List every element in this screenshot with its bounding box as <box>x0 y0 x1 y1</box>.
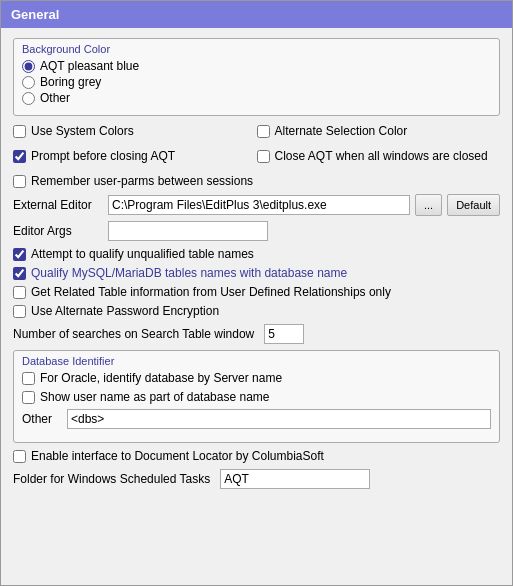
radio-aqt-blue[interactable]: AQT pleasant blue <box>22 59 491 73</box>
radio-boring-grey[interactable]: Boring grey <box>22 75 491 89</box>
enable-document-locator-label: Enable interface to Document Locator by … <box>31 449 324 463</box>
use-alternate-password-checkbox[interactable] <box>13 305 26 318</box>
alternate-selection-color-row[interactable]: Alternate Selection Color <box>257 124 501 138</box>
for-oracle-checkbox[interactable] <box>22 372 35 385</box>
main-window: General Background Color AQT pleasant bl… <box>0 0 513 586</box>
editor-args-label: Editor Args <box>13 224 103 238</box>
use-system-colors-checkbox[interactable] <box>13 125 26 138</box>
db-other-row: Other <box>22 409 491 429</box>
radio-other-input[interactable] <box>22 92 35 105</box>
qualify-mysql-checkbox[interactable] <box>13 267 26 280</box>
radio-aqt-blue-label: AQT pleasant blue <box>40 59 139 73</box>
attempt-qualify-row[interactable]: Attempt to qualify unqualified table nam… <box>13 247 500 261</box>
folder-windows-row: Folder for Windows Scheduled Tasks <box>13 469 500 489</box>
prompt-before-closing-checkbox[interactable] <box>13 150 26 163</box>
alternate-selection-color-label: Alternate Selection Color <box>275 124 408 138</box>
checkbox-row-1: Use System Colors Alternate Selection Co… <box>13 124 500 143</box>
db-other-input[interactable] <box>67 409 491 429</box>
background-color-group: Background Color AQT pleasant blue Borin… <box>13 38 500 116</box>
external-editor-input[interactable] <box>108 195 410 215</box>
number-of-searches-input[interactable] <box>264 324 304 344</box>
folder-windows-input[interactable] <box>220 469 370 489</box>
title-bar: General <box>1 1 512 28</box>
checkbox-row-2: Prompt before closing AQT Close AQT when… <box>13 149 500 168</box>
radio-boring-grey-input[interactable] <box>22 76 35 89</box>
default-button[interactable]: Default <box>447 194 500 216</box>
get-related-table-label: Get Related Table information from User … <box>31 285 391 299</box>
number-of-searches-label: Number of searches on Search Table windo… <box>13 327 254 341</box>
background-color-title: Background Color <box>22 43 491 55</box>
editor-args-row: Editor Args <box>13 221 500 241</box>
enable-document-locator-checkbox[interactable] <box>13 450 26 463</box>
for-oracle-row[interactable]: For Oracle, identify database by Server … <box>22 371 491 385</box>
database-identifier-group: Database Identifier For Oracle, identify… <box>13 350 500 443</box>
remember-parms-label: Remember user-parms between sessions <box>31 174 253 188</box>
prompt-before-closing-row[interactable]: Prompt before closing AQT <box>13 149 257 163</box>
for-oracle-label: For Oracle, identify database by Server … <box>40 371 282 385</box>
attempt-qualify-label: Attempt to qualify unqualified table nam… <box>31 247 254 261</box>
enable-document-locator-row[interactable]: Enable interface to Document Locator by … <box>13 449 500 463</box>
get-related-table-row[interactable]: Get Related Table information from User … <box>13 285 500 299</box>
radio-other[interactable]: Other <box>22 91 491 105</box>
qualify-mysql-row[interactable]: Qualify MySQL/MariaDB tables names with … <box>13 266 500 280</box>
qualify-mysql-label: Qualify MySQL/MariaDB tables names with … <box>31 266 347 280</box>
use-system-colors-row[interactable]: Use System Colors <box>13 124 257 138</box>
folder-windows-label: Folder for Windows Scheduled Tasks <box>13 472 210 486</box>
prompt-before-closing-label: Prompt before closing AQT <box>31 149 175 163</box>
use-system-colors-label: Use System Colors <box>31 124 134 138</box>
remember-parms-checkbox[interactable] <box>13 175 26 188</box>
use-alternate-password-label: Use Alternate Password Encryption <box>31 304 219 318</box>
number-of-searches-row: Number of searches on Search Table windo… <box>13 324 500 344</box>
window-title: General <box>11 7 59 22</box>
show-user-name-row[interactable]: Show user name as part of database name <box>22 390 491 404</box>
close-aqt-checkbox[interactable] <box>257 150 270 163</box>
remember-parms-row[interactable]: Remember user-parms between sessions <box>13 174 500 188</box>
show-user-name-label: Show user name as part of database name <box>40 390 269 404</box>
use-alternate-password-row[interactable]: Use Alternate Password Encryption <box>13 304 500 318</box>
get-related-table-checkbox[interactable] <box>13 286 26 299</box>
browse-button[interactable]: ... <box>415 194 442 216</box>
alternate-selection-color-checkbox[interactable] <box>257 125 270 138</box>
radio-boring-grey-label: Boring grey <box>40 75 101 89</box>
close-aqt-label: Close AQT when all windows are closed <box>275 149 488 163</box>
external-editor-label: External Editor <box>13 198 103 212</box>
database-identifier-title: Database Identifier <box>22 355 491 367</box>
attempt-qualify-checkbox[interactable] <box>13 248 26 261</box>
external-editor-row: External Editor ... Default <box>13 194 500 216</box>
close-aqt-row[interactable]: Close AQT when all windows are closed <box>257 149 501 163</box>
db-other-label: Other <box>22 412 62 426</box>
radio-aqt-blue-input[interactable] <box>22 60 35 73</box>
show-user-name-checkbox[interactable] <box>22 391 35 404</box>
editor-args-input[interactable] <box>108 221 268 241</box>
radio-other-label: Other <box>40 91 70 105</box>
